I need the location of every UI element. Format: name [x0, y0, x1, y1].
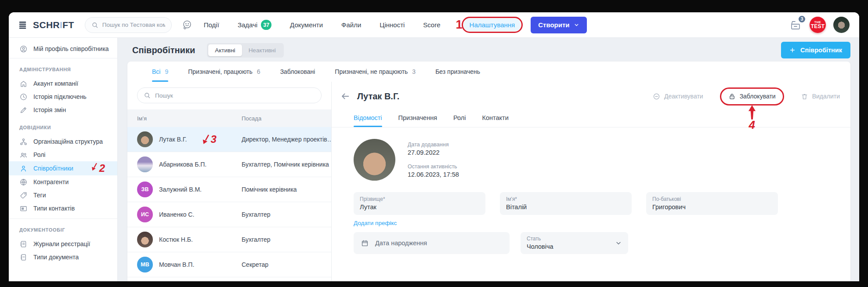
minus-circle-icon [653, 93, 660, 100]
sidebar-section-administration: АДМІНІСТРУВАННЯ [9, 58, 117, 77]
tab-label: Призначені, не працюють [335, 68, 408, 75]
tab-label: Заблоковані [280, 68, 315, 75]
detail-tab-roles[interactable]: Ролі [453, 108, 466, 127]
add-prefix-link[interactable]: Додати префікс [354, 220, 397, 226]
add-employee-button[interactable]: Співробітник [781, 42, 850, 58]
sidebar-section-docflow: ДОКУМЕНТООБІГ [9, 219, 117, 237]
column-header-position: Посада [242, 115, 261, 122]
company-brand-logo[interactable]: THE TEST [810, 17, 826, 33]
global-search [85, 17, 172, 33]
gender-select[interactable]: Стать Чоловіча [521, 232, 628, 254]
sidebar-item-company-account[interactable]: Акаунт компанії [9, 77, 117, 90]
employee-row-kostiuk[interactable]: Костюк Н.Б. Бухгалтер [127, 227, 331, 252]
action-label: Деактивувати [664, 93, 703, 100]
nav-item-values[interactable]: Цінності [370, 21, 414, 29]
card-body: Ім'я Посада Лутак В.Г. 3 Директор, Менед… [127, 82, 850, 281]
last-name-field[interactable]: Прізвище* Лутак [354, 192, 485, 215]
nav-item-events[interactable]: Події [195, 21, 228, 29]
employee-row-abarnykova[interactable]: Абарникова Б.П. Бухгалтер, Помічник кері… [127, 152, 331, 177]
toggle-active[interactable]: Активні [208, 44, 242, 56]
tab-label: Призначені, працюють [188, 68, 253, 75]
sidebar-section-directories: ДОВІДНИКИ [9, 116, 117, 135]
tasks-count-badge: 37 [261, 20, 271, 30]
search-icon [144, 92, 151, 99]
global-search-input[interactable] [102, 22, 165, 28]
sidebar-item-label: Ролі [33, 151, 45, 158]
sidebar-item-document-types[interactable]: Типи документа [9, 251, 117, 264]
sidebar-item-contact-types[interactable]: Типи контактів [9, 202, 117, 215]
filter-tab-assigned-not-working[interactable]: Призначені, не працюють3 [335, 62, 416, 82]
employees-card: Всі9 Призначені, працюють6 Заблоковані П… [127, 62, 850, 281]
deactivate-button[interactable]: Деактивувати [653, 93, 703, 100]
employee-name: Мовчан В.П. [159, 261, 194, 268]
annotation-step-3: 3 [203, 134, 216, 145]
last-name-value: Лутак [360, 203, 479, 211]
sidebar-item-change-history[interactable]: Історія змін [9, 103, 117, 116]
screenshot-frame: SCHRIFT Події Задачі37 Документи Файли Ц… [0, 0, 868, 287]
first-name-field[interactable]: Ім'я* Віталій [500, 192, 632, 215]
employee-position: Бухгалтер, Помічник керівника [242, 161, 331, 168]
sidebar-item-label: Співробітники [33, 165, 73, 172]
employee-name: Лутак В.Г. [159, 136, 187, 143]
sidebar-item-registration-journals[interactable]: Журнали реєстрації [9, 237, 117, 251]
sidebar-item-my-profile[interactable]: Мій профіль співробітника [9, 40, 117, 58]
employee-row-lutak[interactable]: Лутак В.Г. 3 Директор, Менеджер проектів… [127, 127, 331, 152]
sidebar-item-label: Типи документа [33, 254, 79, 261]
toggle-inactive[interactable]: Неактивні [242, 44, 282, 56]
calendar-icon [361, 239, 369, 247]
gender-value: Чоловіча [527, 243, 553, 250]
detail-tab-assignments[interactable]: Призначення [398, 108, 437, 127]
filter-tab-unassigned[interactable]: Без призначень [435, 62, 480, 82]
profile-summary: Дата додавання 27.09.2022 Остання активн… [354, 139, 850, 181]
chevron-down-icon [615, 240, 622, 247]
employee-name: Абарникова Б.П. [159, 161, 206, 168]
detail-tab-contacts[interactable]: Контакти [482, 108, 509, 127]
delete-button[interactable]: Видалити [801, 93, 840, 100]
inbox-tray-icon[interactable]: 3 [789, 18, 802, 32]
home-icon [19, 80, 28, 88]
support-smiley-icon[interactable] [181, 19, 193, 31]
status-toggle: Активні Неактивні [207, 43, 284, 58]
middle-name-field[interactable]: По-батькові Григорович [646, 192, 778, 215]
nav-item-files[interactable]: Файли [332, 21, 370, 29]
back-arrow-icon[interactable] [340, 91, 350, 101]
detail-tab-info[interactable]: Відомості [354, 108, 382, 127]
add-employee-label: Співробітник [800, 47, 842, 54]
user-avatar[interactable] [833, 17, 850, 33]
create-button-label: Створити [538, 21, 569, 29]
sidebar-item-tags[interactable]: Теги [9, 189, 117, 202]
sidebar-item-label: Типи контактів [33, 205, 75, 212]
employee-search-input[interactable] [155, 92, 315, 99]
middle-name-value: Григорович [652, 203, 772, 211]
column-header-name: Ім'я [137, 115, 242, 122]
nav-item-score[interactable]: Score [414, 21, 449, 29]
added-date-label: Дата додавання [408, 142, 459, 148]
menu-icon[interactable] [18, 20, 29, 30]
app-logo[interactable]: SCHRIFT [33, 20, 74, 30]
employee-photo[interactable] [354, 139, 395, 181]
sidebar-item-employees[interactable]: Співробітники 2 [9, 161, 117, 175]
sidebar-item-label: Мій профіль співробітника [33, 45, 109, 52]
nav-item-documents[interactable]: Документи [281, 21, 332, 29]
detail-header: Лутак В.Г. Деактивувати Заблокувати [332, 82, 850, 108]
sidebar-item-roles[interactable]: Ролі [9, 148, 117, 161]
create-button[interactable]: Створити [531, 17, 586, 33]
birth-date-field[interactable]: Дата народження [354, 232, 510, 254]
filter-tab-all[interactable]: Всі9 [152, 62, 168, 82]
employee-row-ivanenko[interactable]: ИСИваненко С. Бухгалтер [127, 202, 331, 227]
filter-tab-blocked[interactable]: Заблоковані [280, 62, 315, 82]
block-button[interactable]: Заблокувати [728, 93, 776, 100]
avatar [137, 131, 153, 147]
employee-row-movchan[interactable]: МВМовчан В.П. Секретар [127, 252, 331, 277]
sidebar-item-label: Журнали реєстрації [33, 240, 90, 247]
avatar-initials: ЗВ [137, 182, 153, 197]
annotation-arrow-up-icon [748, 105, 756, 120]
sidebar-item-connection-history[interactable]: Історія підключень [9, 90, 117, 103]
tab-count: 9 [165, 68, 168, 75]
filter-tab-assigned-working[interactable]: Призначені, працюють6 [188, 62, 260, 82]
sidebar-item-counterparties[interactable]: Контрагенти [9, 175, 117, 189]
nav-item-settings[interactable]: Налаштування [463, 18, 521, 31]
employee-row-zaluzhnyi[interactable]: ЗВЗалужний В.М. Помічник керівника [127, 177, 331, 202]
nav-item-tasks[interactable]: Задачі37 [228, 20, 281, 30]
sidebar-item-org-structure[interactable]: Організаційна структура [9, 135, 117, 148]
